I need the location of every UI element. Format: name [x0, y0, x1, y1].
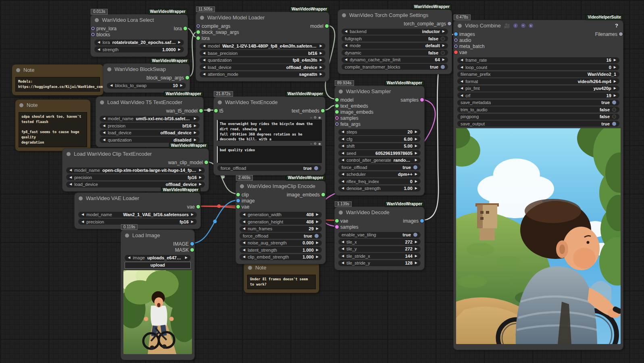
- decrement-arrow-icon[interactable]: ◀: [243, 227, 245, 230]
- load-device-widget[interactable]: ◀load_deviceoffload_device▶: [66, 182, 205, 188]
- speaker-icon[interactable]: ◉: [318, 142, 321, 146]
- load-wanvideo-clip-textencoder[interactable]: WanVideoWrapperLoad WanVideo Clip TextEn…: [63, 148, 208, 191]
- increment-arrow-icon[interactable]: ▶: [320, 58, 322, 62]
- riflex-freq-index-widget[interactable]: ◀riflex_freq_index0▶: [338, 178, 421, 184]
- blocks-input-port[interactable]: [91, 33, 95, 36]
- toggle-dot[interactable]: [413, 233, 417, 237]
- increment-arrow-icon[interactable]: ▶: [320, 52, 322, 55]
- decrement-arrow-icon[interactable]: ◀: [461, 66, 463, 69]
- decrement-arrow-icon[interactable]: ◀: [342, 247, 344, 250]
- increment-arrow-icon[interactable]: ▶: [442, 58, 445, 61]
- increment-arrow-icon[interactable]: ▶: [415, 130, 417, 134]
- mask-output-port[interactable]: [190, 248, 194, 252]
- quantization-widget[interactable]: ◀quantizationdisabled▶: [100, 137, 200, 143]
- decrement-arrow-icon[interactable]: ◀: [342, 261, 344, 265]
- wanvideo-lora-select[interactable]: 0.013sWanVideoWrapperWanVideo Lora Selec…: [91, 15, 188, 56]
- speaker-icon[interactable]: ◉: [318, 116, 321, 119]
- model-input-port[interactable]: [335, 98, 339, 102]
- help-icon[interactable]: ?: [615, 23, 619, 29]
- image-input-port[interactable]: [236, 199, 240, 202]
- video-combine[interactable]: 0.478sVideoHelperSuiteVideo Combine🎥i+s?…: [454, 20, 623, 350]
- increment-arrow-icon[interactable]: ▶: [194, 138, 196, 142]
- compile-transformer-blocks-toggle[interactable]: compile_transformer_blockstrue: [342, 64, 448, 70]
- decrement-arrow-icon[interactable]: ◀: [203, 58, 205, 62]
- latent-strength-widget[interactable]: ◀latent_strength1.000▶: [240, 247, 322, 253]
- increment-arrow-icon[interactable]: ▶: [194, 124, 196, 127]
- num-frames-widget[interactable]: ◀num_frames29▶: [240, 226, 322, 232]
- increment-arrow-icon[interactable]: ▶: [415, 261, 417, 265]
- collapse-dot[interactable]: [95, 18, 99, 22]
- backend-widget[interactable]: ◀backendinductor▶: [342, 29, 448, 35]
- steps-widget[interactable]: ◀steps20▶: [338, 129, 421, 135]
- vae-output-port[interactable]: [196, 205, 200, 209]
- block-swap-args-input-port[interactable]: [196, 30, 200, 34]
- increment-arrow-icon[interactable]: ▶: [316, 213, 319, 216]
- force-offload-toggle[interactable]: force_offloadtrue: [240, 233, 322, 239]
- collapse-dot[interactable]: [240, 184, 244, 188]
- model-name-widget[interactable]: ◀model_nameopen-clip-xlm-roberta-large-v…: [66, 167, 205, 173]
- load-device-widget[interactable]: ◀load_deviceoffload_device▶: [100, 130, 200, 136]
- decrement-arrow-icon[interactable]: ◀: [342, 180, 344, 183]
- decrement-arrow-icon[interactable]: ◀: [103, 138, 105, 142]
- wanvideo-torch-compile-settings[interactable]: WanVideoWrapperWanVideo Torch Compile Se…: [338, 10, 452, 74]
- pingpong-toggle[interactable]: pingpongfalse: [457, 114, 619, 120]
- toggle-dot[interactable]: [314, 166, 318, 170]
- control-after-generate-widget[interactable]: ◀control_after_generaterandomize▶: [338, 157, 421, 163]
- image-embeds-input-port[interactable]: [335, 110, 339, 114]
- increment-arrow-icon[interactable]: ▶: [316, 227, 319, 230]
- increment-arrow-icon[interactable]: ▶: [415, 144, 417, 148]
- model-output-port[interactable]: [325, 24, 329, 28]
- video-frame[interactable]: [456, 128, 621, 344]
- note-models[interactable]: NoteModels: https://huggingface.co/Kijai…: [12, 65, 103, 95]
- t5-input-port[interactable]: [214, 109, 218, 113]
- dynamic-toggle[interactable]: dynamicfalse: [342, 50, 448, 56]
- decrement-arrow-icon[interactable]: ◀: [342, 138, 344, 141]
- visibility-icon[interactable]: ○: [310, 142, 312, 146]
- format-widget[interactable]: ◀formatvideo/h264-mp4▶: [457, 78, 619, 84]
- decrement-arrow-icon[interactable]: ◀: [128, 256, 130, 259]
- increment-arrow-icon[interactable]: ▶: [415, 255, 417, 258]
- wanvideo-blockswap[interactable]: WanVideoWrapperWanVideo BlockSwapblock_s…: [103, 64, 190, 92]
- lora-widget[interactable]: ◀lorarotate\rotate_20_epochs.safetensors…: [94, 40, 184, 46]
- increment-arrow-icon[interactable]: ▶: [614, 58, 616, 62]
- increment-arrow-icon[interactable]: ▶: [442, 30, 445, 33]
- compile-args-input-port[interactable]: [196, 24, 200, 28]
- title-badge-icon[interactable]: i: [513, 23, 518, 28]
- seed-widget[interactable]: ◀seed605296199978605▶: [338, 150, 421, 156]
- graph-canvas[interactable]: NoteModels: https://huggingface.co/Kijai…: [0, 0, 644, 363]
- frame-rate-widget[interactable]: ◀frame_rate16▶: [457, 57, 619, 63]
- decrement-arrow-icon[interactable]: ◀: [69, 169, 72, 172]
- increment-arrow-icon[interactable]: ▶: [178, 48, 181, 51]
- toggle-dot[interactable]: [612, 100, 616, 104]
- denoise-strength-widget[interactable]: ◀denoise_strength1.00▶: [338, 186, 421, 192]
- decrement-arrow-icon[interactable]: ◀: [69, 183, 72, 186]
- image-widget[interactable]: ◀imageuploads_e6472106-4e...▶: [125, 255, 191, 261]
- collapse-dot[interactable]: [16, 68, 20, 72]
- image-embeds-output-port[interactable]: [321, 193, 325, 196]
- increment-arrow-icon[interactable]: ▶: [316, 248, 319, 252]
- decrement-arrow-icon[interactable]: ◀: [243, 213, 245, 216]
- filename-prefix-widget[interactable]: filename_prefixWanVideo2_1: [457, 71, 619, 77]
- attention-mode-widget[interactable]: ◀attention_modesageattn▶: [200, 71, 325, 77]
- decrement-arrow-icon[interactable]: ◀: [342, 159, 344, 162]
- toggle-dot[interactable]: [441, 65, 445, 69]
- collapse-dot[interactable]: [339, 211, 343, 215]
- increment-arrow-icon[interactable]: ▶: [185, 256, 188, 259]
- cfg-widget[interactable]: ◀cfg6.00▶: [338, 136, 421, 142]
- model-name-widget[interactable]: ◀model_nameumt5-xxl-enc-bf16.safetensors…: [100, 116, 200, 122]
- increment-arrow-icon[interactable]: ▶: [199, 176, 202, 179]
- clip-input-port[interactable]: [236, 193, 240, 196]
- strength-widget[interactable]: ◀strength1.0000▶: [94, 46, 184, 52]
- increment-arrow-icon[interactable]: ▶: [415, 180, 417, 183]
- decrement-arrow-icon[interactable]: ◀: [110, 84, 113, 87]
- visibility-icon[interactable]: ○: [310, 116, 312, 119]
- load-wanvideo-t5-textencoder[interactable]: WanVideoWrapperLoad WanVideo T5 TextEnco…: [96, 97, 203, 147]
- tile-stride-y-widget[interactable]: ◀tile_stride_y128▶: [338, 260, 421, 266]
- decrement-arrow-icon[interactable]: ◀: [203, 73, 205, 76]
- decrement-arrow-icon[interactable]: ◀: [345, 30, 347, 33]
- save-metadata-toggle[interactable]: save_metadatatrue: [457, 100, 619, 106]
- scheduler-widget[interactable]: ◀schedulerdpm++▶: [338, 171, 421, 177]
- tile-stride-x-widget[interactable]: ◀tile_stride_x144▶: [338, 253, 421, 259]
- collapse-dot[interactable]: [79, 196, 83, 200]
- decrement-arrow-icon[interactable]: ◀: [342, 187, 344, 190]
